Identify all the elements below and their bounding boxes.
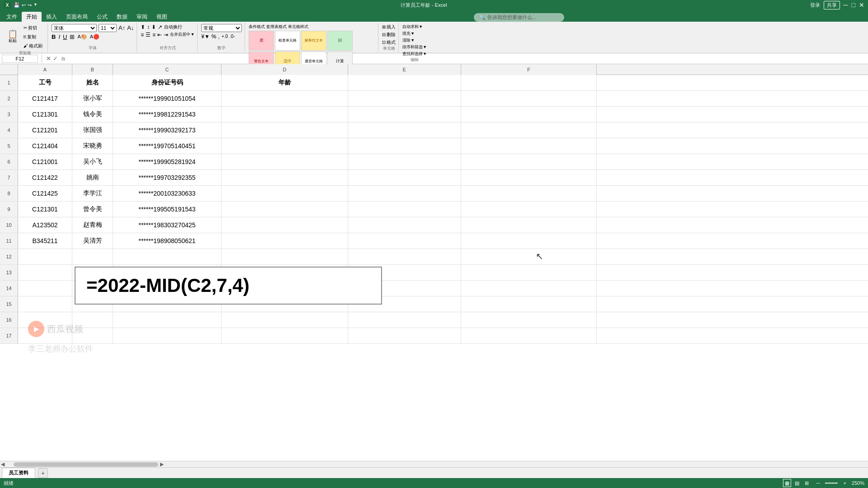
table-format-btn[interactable]: 套用表格式	[266, 24, 287, 30]
header-cell[interactable]: 身份证号码	[113, 75, 222, 90]
text-angle-btn[interactable]: ↗	[158, 24, 162, 30]
data-cell[interactable]	[461, 138, 597, 154]
col-header-a[interactable]: A	[18, 64, 72, 75]
data-cell[interactable]: C121417	[18, 91, 72, 106]
data-cell[interactable]	[348, 91, 461, 106]
data-cell[interactable]: 钱令美	[72, 107, 113, 122]
data-cell[interactable]: 张国强	[72, 122, 113, 138]
maximize-btn[interactable]: □	[852, 1, 855, 9]
data-cell[interactable]	[348, 202, 461, 217]
formula-confirm-icon[interactable]: ✓	[53, 55, 58, 62]
zoom-minus-btn[interactable]: ─	[816, 480, 820, 486]
row-number[interactable]: 6	[0, 154, 18, 169]
row-number[interactable]: 3	[0, 107, 18, 122]
quick-redo[interactable]: ↪	[28, 2, 32, 8]
col-header-b[interactable]: B	[72, 64, 113, 75]
decrease-indent-btn[interactable]: ⇤	[157, 32, 162, 38]
data-cell[interactable]	[348, 170, 461, 185]
row-number[interactable]: 17	[0, 328, 18, 343]
data-cell[interactable]: C121301	[18, 107, 72, 122]
fill-color-btn[interactable]: A🎨	[77, 34, 87, 40]
scrollbar-thumb[interactable]	[14, 462, 158, 467]
header-cell[interactable]	[348, 75, 461, 90]
row-number[interactable]: 12	[0, 249, 18, 264]
bold-btn[interactable]: B	[52, 33, 56, 40]
currency-btn[interactable]: ¥▼	[201, 33, 210, 40]
format-cell-btn[interactable]: ⊡格式	[382, 39, 396, 46]
data-cell[interactable]	[113, 328, 222, 343]
data-cell[interactable]	[222, 107, 348, 122]
style-check-box[interactable]: 检查单元格	[275, 31, 300, 51]
data-cell[interactable]: C121422	[18, 170, 72, 185]
data-cell[interactable]	[222, 138, 348, 154]
merge-center-btn[interactable]: 合并后居中▼	[170, 32, 194, 38]
data-cell[interactable]	[461, 312, 597, 328]
row-number[interactable]: 7	[0, 170, 18, 185]
data-cell[interactable]: ******198908050621	[113, 233, 222, 249]
row-number[interactable]: 16	[0, 312, 18, 328]
cut-btn[interactable]: ✂剪切	[21, 24, 45, 32]
row-number[interactable]: 5	[0, 138, 18, 154]
data-cell[interactable]	[348, 138, 461, 154]
data-cell[interactable]	[461, 170, 597, 185]
row-number[interactable]: 2	[0, 91, 18, 106]
data-cell[interactable]	[461, 296, 597, 312]
sort-filter-btn[interactable]: 排序和筛选▼	[402, 44, 427, 50]
data-cell[interactable]	[72, 249, 113, 264]
tab-pagelayout[interactable]: 页面布局	[61, 12, 92, 22]
tab-formula[interactable]: 公式	[92, 12, 112, 22]
data-cell[interactable]	[348, 233, 461, 249]
data-cell[interactable]	[18, 249, 72, 264]
data-cell[interactable]	[222, 154, 348, 169]
copy-btn[interactable]: ⎘复制	[21, 33, 45, 41]
font-color-btn[interactable]: A🔴	[90, 34, 99, 40]
fill-btn[interactable]: 填充▼	[402, 31, 427, 37]
data-cell[interactable]: ******198303270425	[113, 217, 222, 233]
tab-insert[interactable]: 插入	[42, 12, 61, 22]
align-middle-btn[interactable]: ↕	[147, 24, 150, 30]
normal-view-btn[interactable]: ▦	[783, 479, 791, 487]
data-cell[interactable]	[348, 328, 461, 343]
data-cell[interactable]: ******199812291543	[113, 107, 222, 122]
data-cell[interactable]	[222, 202, 348, 217]
data-cell[interactable]: ******199505191543	[113, 202, 222, 217]
percent-btn[interactable]: %	[212, 33, 217, 40]
cell-styles-btn[interactable]: 单元格样式	[288, 24, 308, 30]
align-left-btn[interactable]: ≡	[141, 32, 144, 38]
conditional-format-btn[interactable]: 条件格式	[249, 24, 265, 30]
zoom-plus-btn[interactable]: +	[843, 480, 846, 486]
quick-save[interactable]: 💾	[14, 2, 20, 8]
data-cell[interactable]	[348, 249, 461, 264]
data-cell[interactable]: C121201	[18, 122, 72, 138]
page-break-view-btn[interactable]: ⊞	[803, 479, 811, 487]
underline-btn[interactable]: U	[63, 33, 67, 40]
data-cell[interactable]	[461, 122, 597, 138]
decrease-decimal-btn[interactable]: .0-	[230, 34, 235, 39]
data-cell[interactable]: ******199903292173	[113, 122, 222, 138]
share-btn[interactable]: 共享	[824, 1, 840, 9]
data-cell[interactable]	[461, 107, 597, 122]
align-top-btn[interactable]: ⬆	[141, 24, 145, 30]
data-cell[interactable]: 张小军	[72, 91, 113, 106]
clear-btn[interactable]: 清除▼	[402, 38, 427, 43]
tab-view[interactable]: 视图	[152, 12, 172, 22]
data-cell[interactable]	[222, 186, 348, 201]
style-explain-box[interactable]: 解释性文本	[301, 31, 326, 51]
header-cell[interactable]: 工号	[18, 75, 72, 90]
data-cell[interactable]: ******199905281924	[113, 154, 222, 169]
header-cell[interactable]	[461, 75, 597, 90]
insert-cell-btn[interactable]: ⊞插入	[382, 24, 396, 30]
number-format-select[interactable]: 常规	[201, 24, 242, 32]
data-cell[interactable]	[348, 186, 461, 201]
header-cell[interactable]: 姓名	[72, 75, 113, 90]
zoom-slider[interactable]: ━━━━	[825, 480, 838, 486]
increase-indent-btn[interactable]: ⇥	[164, 32, 168, 38]
minimize-btn[interactable]: ─	[844, 1, 848, 9]
row-number[interactable]: 15	[0, 296, 18, 312]
quick-dropdown[interactable]: ▼	[33, 2, 38, 8]
format-painter-btn[interactable]: 🖌格式刷	[21, 42, 45, 50]
row-number[interactable]: 9	[0, 202, 18, 217]
data-cell[interactable]	[348, 154, 461, 169]
row-number[interactable]: 11	[0, 233, 18, 249]
data-cell[interactable]: 宋晓勇	[72, 138, 113, 154]
